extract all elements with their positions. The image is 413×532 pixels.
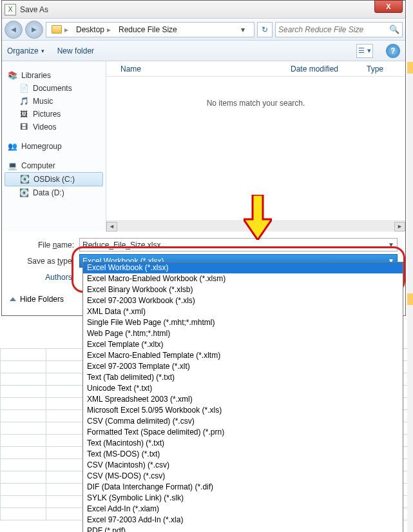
savetype-label: Save as type: xyxy=(10,257,79,266)
list-header[interactable]: Name Date modified Type xyxy=(106,61,405,77)
search-icon: 🔍 xyxy=(389,25,399,34)
videos-icon: 🎞 xyxy=(19,122,29,132)
dd-item[interactable]: CSV (Macintosh) (*.csv) xyxy=(83,460,403,471)
caret-up-icon xyxy=(10,297,16,301)
breadcrumb[interactable]: ▸ Desktop ▸ Reduce File Size ▾ xyxy=(46,22,255,37)
computer-icon: 💻 xyxy=(7,161,17,171)
horizontal-scrollbar[interactable]: ◄ ► xyxy=(106,221,405,232)
dd-item[interactable]: DIF (Data Interchange Format) (*.dif) xyxy=(83,482,403,493)
nav-back-button[interactable]: ◄ xyxy=(5,21,23,39)
col-type[interactable]: Type xyxy=(367,64,405,74)
drive-icon: 💽 xyxy=(19,174,30,184)
nav-homegroup[interactable]: 👥Homegroup xyxy=(5,140,103,153)
toolbar: Organize ▾ New folder ☰ ▾ ? xyxy=(2,41,405,61)
search-box[interactable]: 🔍 xyxy=(275,22,403,37)
dd-item[interactable]: Single File Web Page (*.mht;*.mhtml) xyxy=(83,317,403,328)
search-input[interactable] xyxy=(278,25,389,34)
right-edge-strip xyxy=(407,0,413,532)
breadcrumb-dropdown-icon[interactable]: ▾ xyxy=(241,25,253,34)
pictures-icon: 🖼 xyxy=(19,109,29,119)
address-bar-row: ◄ ► ▸ Desktop ▸ Reduce File Size ▾ ↻ 🔍 xyxy=(2,19,405,41)
breadcrumb-folder[interactable]: Reduce File Size xyxy=(115,25,181,34)
dd-item[interactable]: Excel Macro-Enabled Template (*.xltm) xyxy=(83,350,403,361)
nav-pane: 📚Libraries 📄Documents 🎵Music 🖼Pictures 🎞… xyxy=(2,61,106,232)
refresh-button[interactable]: ↻ xyxy=(257,22,273,37)
close-button[interactable]: X xyxy=(374,0,403,13)
help-button[interactable]: ? xyxy=(386,44,400,58)
libraries-icon: 📚 xyxy=(7,70,17,81)
folder-icon xyxy=(52,25,62,34)
chevron-down-icon[interactable]: ▼ xyxy=(388,241,394,248)
savetype-dropdown-list[interactable]: Excel Workbook (*.xlsx) Excel Macro-Enab… xyxy=(82,262,403,532)
titlebar: X Save As X xyxy=(2,1,405,19)
scroll-right-icon[interactable]: ► xyxy=(394,222,405,232)
music-icon: 🎵 xyxy=(19,96,29,106)
dd-item[interactable]: PDF (*.pdf) xyxy=(83,526,403,532)
nav-forward-button[interactable]: ► xyxy=(25,21,43,39)
dd-item[interactable]: Text (Macintosh) (*.txt) xyxy=(83,438,403,449)
close-icon: X xyxy=(386,3,390,10)
drive-icon: 💽 xyxy=(19,188,29,198)
dd-item[interactable]: XML Spreadsheet 2003 (*.xml) xyxy=(83,394,403,405)
dd-item[interactable]: CSV (MS-DOS) (*.csv) xyxy=(83,471,403,482)
col-name[interactable]: Name xyxy=(106,64,291,74)
empty-message: No items match your search. xyxy=(106,77,405,221)
hide-folders-button[interactable]: Hide Folders xyxy=(20,295,64,304)
dd-item[interactable]: Unicode Text (*.txt) xyxy=(83,383,403,394)
dd-item[interactable]: Excel Binary Workbook (*.xlsb) xyxy=(83,284,403,295)
excel-app-icon: X xyxy=(5,4,16,15)
nav-pictures[interactable]: 🖼Pictures xyxy=(5,108,103,121)
dd-item[interactable]: XML Data (*.xml) xyxy=(83,306,403,317)
col-date[interactable]: Date modified xyxy=(291,64,367,74)
dd-item[interactable]: Excel Add-In (*.xlam) xyxy=(83,504,403,515)
nav-libraries[interactable]: 📚Libraries xyxy=(5,69,103,82)
filename-label: File name: xyxy=(10,241,79,250)
nav-music[interactable]: 🎵Music xyxy=(5,95,103,108)
nav-documents[interactable]: 📄Documents xyxy=(5,82,103,95)
nav-videos[interactable]: 🎞Videos xyxy=(5,121,103,133)
new-folder-button[interactable]: New folder xyxy=(57,46,94,55)
nav-osdisk[interactable]: 💽OSDisk (C:) xyxy=(5,172,103,186)
dd-item[interactable]: Web Page (*.htm;*.html) xyxy=(83,328,403,339)
homegroup-icon: 👥 xyxy=(7,141,17,152)
window-title: Save As xyxy=(20,5,48,14)
nav-datad[interactable]: 💽Data (D:) xyxy=(5,186,103,199)
dd-item[interactable]: Formatted Text (Space delimited) (*.prn) xyxy=(83,427,403,438)
dd-item[interactable]: Text (Tab delimited) (*.txt) xyxy=(83,372,403,383)
nav-computer[interactable]: 💻Computer xyxy=(5,159,103,172)
dd-item[interactable]: CSV (Comma delimited) (*.csv) xyxy=(83,416,403,427)
organize-button[interactable]: Organize ▾ xyxy=(7,46,44,55)
view-mode-button[interactable]: ☰ ▾ xyxy=(356,44,373,58)
authors-label: Authors: xyxy=(10,273,79,282)
dd-item[interactable]: Text (MS-DOS) (*.txt) xyxy=(83,449,403,460)
file-list: Name Date modified Type No items match y… xyxy=(106,61,405,232)
dd-item[interactable]: Excel Template (*.xltx) xyxy=(83,339,403,350)
dd-item[interactable]: Excel 97-2003 Template (*.xlt) xyxy=(83,361,403,372)
dd-item[interactable]: Excel Workbook (*.xlsx) xyxy=(83,262,403,273)
scroll-left-icon[interactable]: ◄ xyxy=(106,222,117,232)
dd-item[interactable]: SYLK (Symbolic Link) (*.slk) xyxy=(83,493,403,504)
dd-item[interactable]: Microsoft Excel 5.0/95 Workbook (*.xls) xyxy=(83,405,403,416)
dd-item[interactable]: Excel 97-2003 Add-In (*.xla) xyxy=(83,515,403,526)
dd-item[interactable]: Excel Macro-Enabled Workbook (*.xlsm) xyxy=(83,273,403,284)
documents-icon: 📄 xyxy=(19,83,29,94)
filename-input[interactable]: Reduce_File_Size.xlsx▼ xyxy=(79,238,398,251)
breadcrumb-desktop[interactable]: Desktop ▸ xyxy=(72,25,115,34)
dd-item[interactable]: Excel 97-2003 Workbook (*.xls) xyxy=(83,295,403,306)
